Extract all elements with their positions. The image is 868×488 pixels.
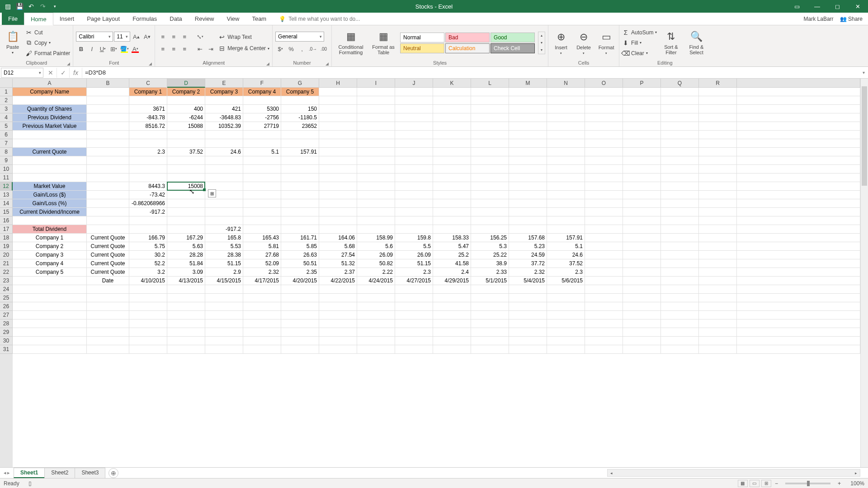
cell-N24[interactable]	[547, 285, 585, 294]
cell-J23[interactable]: 4/27/2015	[395, 277, 433, 285]
cell-B2[interactable]	[87, 96, 129, 105]
cell-G1[interactable]: Company 5	[281, 88, 319, 96]
cell-N1[interactable]	[547, 88, 585, 96]
cell-G24[interactable]	[281, 285, 319, 294]
underline-button[interactable]: U▾	[98, 44, 108, 54]
row-header-25[interactable]: 25	[0, 294, 13, 302]
cell-E29[interactable]	[205, 328, 243, 337]
cell-B3[interactable]	[87, 105, 129, 113]
cell-R29[interactable]	[699, 328, 737, 337]
cell-J13[interactable]	[395, 191, 433, 199]
cell-C7[interactable]	[129, 139, 167, 148]
cell-R5[interactable]	[699, 122, 737, 131]
cell-P17[interactable]	[623, 225, 661, 234]
cell-A25[interactable]	[13, 294, 87, 302]
cell-R16[interactable]	[699, 216, 737, 225]
orientation-button[interactable]: ⤡▾	[195, 32, 205, 42]
cell-N26[interactable]	[547, 302, 585, 311]
cell-F28[interactable]	[243, 319, 281, 328]
cell-L3[interactable]	[471, 105, 509, 113]
cell-G4[interactable]: -1180.5	[281, 113, 319, 122]
cell-N13[interactable]	[547, 191, 585, 199]
row-header-24[interactable]: 24	[0, 285, 13, 294]
currency-button[interactable]: $▾	[275, 44, 285, 54]
cell-J12[interactable]	[395, 182, 433, 191]
cell-C30[interactable]	[129, 337, 167, 345]
cell-R15[interactable]	[699, 208, 737, 216]
cell-N5[interactable]	[547, 122, 585, 131]
cell-P16[interactable]	[623, 216, 661, 225]
cell-G8[interactable]: 157.91	[281, 148, 319, 156]
cell-J28[interactable]	[395, 319, 433, 328]
cell-J19[interactable]: 5.5	[395, 242, 433, 251]
cell-J20[interactable]: 26.09	[395, 251, 433, 259]
cell-A11[interactable]	[13, 174, 87, 182]
cell-I19[interactable]: 5.6	[357, 242, 395, 251]
cell-M1[interactable]	[509, 88, 547, 96]
cell-I29[interactable]	[357, 328, 395, 337]
cell-A27[interactable]	[13, 311, 87, 319]
cell-H11[interactable]	[319, 174, 357, 182]
cell-I6[interactable]	[357, 131, 395, 139]
cell-G26[interactable]	[281, 302, 319, 311]
cell-B6[interactable]	[87, 131, 129, 139]
styles-more[interactable]: ▾	[538, 47, 545, 54]
cell-A2[interactable]	[13, 96, 87, 105]
cell-L28[interactable]	[471, 319, 509, 328]
cell-C29[interactable]	[129, 328, 167, 337]
cell-J24[interactable]	[395, 285, 433, 294]
cell-K26[interactable]	[433, 302, 471, 311]
cell-D2[interactable]	[167, 96, 205, 105]
cell-R4[interactable]	[699, 113, 737, 122]
cell-P21[interactable]	[623, 259, 661, 268]
cell-J5[interactable]	[395, 122, 433, 131]
col-header-P[interactable]: P	[623, 79, 661, 88]
cell-K22[interactable]: 2.4	[433, 268, 471, 277]
cell-O1[interactable]	[585, 88, 623, 96]
col-header-F[interactable]: F	[243, 79, 281, 88]
col-header-I[interactable]: I	[357, 79, 395, 88]
cell-O30[interactable]	[585, 337, 623, 345]
cell-L13[interactable]	[471, 191, 509, 199]
cell-R17[interactable]	[699, 225, 737, 234]
cell-O13[interactable]	[585, 191, 623, 199]
cell-I26[interactable]	[357, 302, 395, 311]
row-header-13[interactable]: 13	[0, 191, 13, 199]
cell-D26[interactable]	[167, 302, 205, 311]
cell-P13[interactable]	[623, 191, 661, 199]
increase-font-button[interactable]: A▴	[131, 32, 141, 42]
cell-G22[interactable]: 2.35	[281, 268, 319, 277]
cell-B25[interactable]	[87, 294, 129, 302]
cell-A26[interactable]	[13, 302, 87, 311]
cell-F8[interactable]: 5.1	[243, 148, 281, 156]
cell-L8[interactable]	[471, 148, 509, 156]
cell-E30[interactable]	[205, 337, 243, 345]
launcher-icon[interactable]: ◢	[67, 61, 70, 66]
cell-Q16[interactable]	[661, 216, 699, 225]
cell-M23[interactable]: 5/4/2015	[509, 277, 547, 285]
cell-J30[interactable]	[395, 337, 433, 345]
cell-R27[interactable]	[699, 311, 737, 319]
cell-B16[interactable]	[87, 216, 129, 225]
cell-F27[interactable]	[243, 311, 281, 319]
cell-C21[interactable]: 52.2	[129, 259, 167, 268]
cell-O28[interactable]	[585, 319, 623, 328]
cell-E25[interactable]	[205, 294, 243, 302]
cell-H19[interactable]: 5.68	[319, 242, 357, 251]
format-painter-button[interactable]: 🖌Format Painter	[25, 49, 70, 58]
cell-B15[interactable]	[87, 208, 129, 216]
cell-K10[interactable]	[433, 165, 471, 174]
cell-Q5[interactable]	[661, 122, 699, 131]
save-icon[interactable]: 💾	[15, 2, 24, 10]
font-size-combo[interactable]: 11	[114, 32, 130, 42]
cell-Q10[interactable]	[661, 165, 699, 174]
cell-O26[interactable]	[585, 302, 623, 311]
find-select-button[interactable]: 🔍Find & Select	[685, 27, 708, 59]
font-name-combo[interactable]: Calibri	[76, 32, 113, 42]
cell-P18[interactable]	[623, 234, 661, 242]
cell-P12[interactable]	[623, 182, 661, 191]
row-header-18[interactable]: 18	[0, 234, 13, 242]
cell-N10[interactable]	[547, 165, 585, 174]
expand-formula-bar[interactable]: ▾	[859, 70, 868, 75]
cell-I21[interactable]: 50.82	[357, 259, 395, 268]
